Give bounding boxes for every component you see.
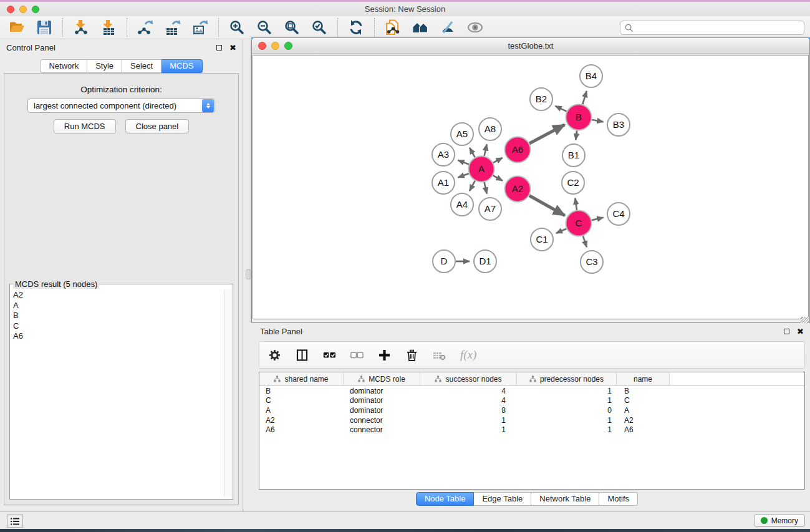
import-network-button[interactable] (70, 18, 92, 37)
gear-button[interactable] (268, 349, 281, 362)
add-column-button[interactable] (378, 349, 391, 362)
tab-motifs[interactable]: Motifs (599, 492, 638, 506)
result-item[interactable]: C (11, 321, 223, 332)
tab-mcds[interactable]: MCDS (162, 59, 202, 73)
refresh-network-button[interactable] (345, 18, 367, 37)
edge-A-A2[interactable] (493, 175, 503, 180)
criterion-select[interactable]: largest connected component (directed) (27, 99, 215, 113)
memory-button[interactable]: Memory (754, 514, 805, 527)
edge-C-C4[interactable] (592, 218, 604, 220)
node-A7[interactable]: A7 (479, 198, 501, 220)
node-A3[interactable]: A3 (432, 143, 455, 166)
table-row-B[interactable]: Bdominator41B (259, 386, 804, 396)
node-A[interactable]: A (469, 157, 494, 182)
tab-select[interactable]: Select (122, 59, 162, 73)
float-panel-icon[interactable] (784, 329, 789, 334)
tab-network-table[interactable]: Network Table (531, 492, 599, 506)
column-header-successor-nodes[interactable]: successor nodes (420, 372, 517, 385)
network-canvas[interactable]: B4B2BB3A8A5A6A3B1AA1C2A2A4A7C4CC1C3DD1 (253, 55, 809, 319)
node-B2[interactable]: B2 (530, 88, 552, 110)
column-selector-button[interactable] (296, 349, 309, 362)
edge-A-A5[interactable] (470, 148, 475, 157)
result-item[interactable]: A2 (11, 290, 223, 301)
edge-A-A4[interactable] (470, 181, 475, 191)
column-header-shared-name[interactable]: shared name (259, 372, 344, 385)
edge-B-B2[interactable] (556, 106, 567, 112)
table-row-C[interactable]: Cdominator41C (259, 396, 804, 406)
node-B1[interactable]: B1 (562, 144, 585, 167)
column-header-MCDS-role[interactable]: MCDS role (344, 372, 420, 385)
zoom-selected-button[interactable] (309, 18, 330, 37)
result-item[interactable]: A6 (11, 331, 223, 342)
edge-A2-C[interactable] (529, 196, 565, 216)
tab-edge-table[interactable]: Edge Table (474, 492, 531, 506)
node-C1[interactable]: C1 (531, 228, 553, 251)
table-row-A6[interactable]: A6connector11A6 (259, 425, 804, 435)
node-C4[interactable]: C4 (607, 203, 630, 225)
delete-column-button[interactable] (405, 349, 418, 362)
close-panel-icon[interactable]: ✖ (229, 44, 236, 52)
vertical-splitter-handle[interactable] (246, 269, 251, 279)
close-panel-icon[interactable]: ✖ (797, 327, 804, 336)
float-panel-icon[interactable] (216, 45, 222, 51)
node-A8[interactable]: A8 (479, 118, 501, 140)
edge-A-A6[interactable] (493, 158, 503, 163)
zoom-out-button[interactable] (254, 18, 275, 37)
column-header-predecessor-nodes[interactable]: predecessor nodes (517, 372, 617, 385)
tab-node-table[interactable]: Node Table (416, 492, 475, 506)
node-D1[interactable]: D1 (474, 250, 496, 273)
edge-C-C2[interactable] (575, 198, 577, 210)
edge-A-A1[interactable] (458, 173, 469, 177)
search-input[interactable] (636, 22, 804, 34)
edge-B-B1[interactable] (576, 130, 577, 140)
table-row-A[interactable]: Adominator80A (259, 405, 804, 415)
node-C2[interactable]: C2 (562, 172, 584, 194)
close-panel-button[interactable]: Close panel (125, 119, 190, 133)
node-C3[interactable]: C3 (581, 251, 603, 273)
node-A5[interactable]: A5 (451, 123, 473, 145)
tab-network[interactable]: Network (40, 59, 87, 73)
export-image-button[interactable] (190, 18, 211, 37)
deselect-all-button[interactable] (350, 349, 364, 362)
show-hide-graphics-details-button[interactable] (437, 18, 458, 37)
export-table-button[interactable] (162, 18, 183, 37)
tab-style[interactable]: Style (87, 59, 122, 73)
eye-preview-button[interactable] (465, 18, 486, 37)
node-D[interactable]: D (433, 250, 455, 273)
result-scrollbar[interactable] (224, 290, 232, 497)
edge-C-C3[interactable] (583, 236, 587, 247)
table-row-A2[interactable]: A2connector11A2 (259, 415, 804, 425)
edge-A-A3[interactable] (458, 160, 468, 165)
delete-table-button[interactable] (433, 349, 446, 362)
zoom-fit-button[interactable] (281, 18, 302, 37)
zoom-in-button[interactable] (226, 18, 248, 37)
export-network-button[interactable] (135, 18, 156, 37)
result-item[interactable]: B (11, 311, 223, 321)
select-all-button[interactable] (323, 349, 336, 362)
edge-B-B4[interactable] (582, 91, 587, 104)
edge-B-B3[interactable] (592, 120, 603, 122)
task-history-button[interactable] (7, 515, 23, 528)
network-file-button[interactable] (382, 18, 403, 37)
import-table-button[interactable] (98, 18, 119, 37)
run-mcds-button[interactable]: Run MCDS (54, 119, 116, 133)
column-header-name[interactable]: name (617, 372, 670, 385)
edge-A-A8[interactable] (485, 144, 487, 156)
control-panel-header: Control Panel ✖ (0, 39, 243, 56)
open-session-button[interactable] (6, 18, 27, 37)
edge-A-A7[interactable] (485, 182, 487, 194)
result-item[interactable]: A (11, 301, 223, 311)
node-A2[interactable]: A2 (505, 177, 531, 202)
node-A4[interactable]: A4 (451, 193, 473, 216)
node-A1[interactable]: A1 (432, 172, 455, 194)
node-A6[interactable]: A6 (505, 137, 531, 163)
home-button[interactable] (410, 18, 431, 37)
save-session-button[interactable] (34, 18, 55, 37)
function-builder-button[interactable]: f(x) (460, 348, 476, 362)
edge-C-C1[interactable] (556, 229, 566, 233)
node-C[interactable]: C (566, 211, 592, 236)
node-B4[interactable]: B4 (580, 65, 602, 87)
node-B[interactable]: B (566, 105, 592, 130)
edge-A6-B[interactable] (529, 125, 564, 143)
node-B3[interactable]: B3 (607, 114, 630, 136)
